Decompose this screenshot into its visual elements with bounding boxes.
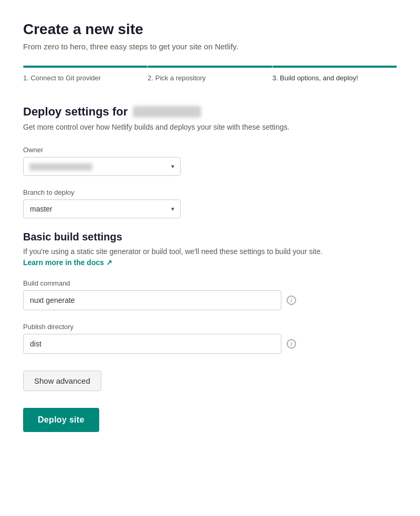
step-3: 3. Build options, and deploy! bbox=[272, 66, 397, 82]
publish-dir-input[interactable] bbox=[23, 334, 281, 354]
deploy-settings-section: Deploy settings for Get more control ove… bbox=[23, 105, 397, 218]
owner-select[interactable] bbox=[23, 157, 181, 176]
page-subtitle: From zero to hero, three easy steps to g… bbox=[23, 42, 397, 51]
stepper: 1. Connect to Git provider 2. Pick a rep… bbox=[23, 66, 397, 82]
step-1: 1. Connect to Git provider bbox=[23, 66, 148, 82]
owner-field-group: Owner ▾ bbox=[23, 146, 397, 176]
step-2: 2. Pick a repository bbox=[148, 66, 272, 82]
learn-more-link[interactable]: Learn more in the docs ↗ bbox=[23, 258, 112, 267]
build-settings-desc: If you're using a static site generator … bbox=[23, 247, 397, 256]
build-command-input-wrapper: i bbox=[23, 290, 296, 310]
build-settings-section: Basic build settings If you're using a s… bbox=[23, 231, 397, 354]
step-2-label: 2. Pick a repository bbox=[148, 74, 272, 82]
branch-label: Branch to deploy bbox=[23, 188, 397, 196]
step-3-bar bbox=[272, 66, 397, 68]
build-command-group: Build command i bbox=[23, 279, 397, 310]
step-1-bar bbox=[23, 66, 148, 68]
deploy-site-button[interactable]: Deploy site bbox=[23, 408, 99, 432]
branch-select-wrapper: master ▾ bbox=[23, 199, 181, 218]
learn-more-text: Learn more in the docs bbox=[23, 258, 104, 267]
build-command-input[interactable] bbox=[23, 290, 281, 310]
branch-field-group: Branch to deploy master ▾ bbox=[23, 188, 397, 218]
show-advanced-button[interactable]: Show advanced bbox=[23, 371, 101, 391]
publish-dir-group: Publish directory i bbox=[23, 323, 397, 354]
deploy-settings-desc: Get more control over how Netlify builds… bbox=[23, 123, 397, 131]
owner-label: Owner bbox=[23, 146, 397, 154]
build-command-info-icon[interactable]: i bbox=[287, 296, 296, 305]
publish-dir-input-wrapper: i bbox=[23, 334, 296, 354]
external-link-icon: ↗ bbox=[106, 258, 112, 267]
repo-name-blurred bbox=[133, 106, 201, 118]
step-1-label: 1. Connect to Git provider bbox=[23, 74, 148, 82]
build-command-label: Build command bbox=[23, 279, 397, 287]
step-3-label: 3. Build options, and deploy! bbox=[272, 74, 397, 82]
page-title: Create a new site bbox=[23, 21, 397, 38]
deploy-settings-title: Deploy settings for bbox=[23, 105, 397, 119]
publish-dir-label: Publish directory bbox=[23, 323, 397, 331]
owner-select-wrapper: ▾ bbox=[23, 157, 181, 176]
deploy-button-container: Deploy site bbox=[23, 408, 397, 432]
branch-select[interactable]: master bbox=[23, 199, 181, 218]
publish-dir-info-icon[interactable]: i bbox=[287, 339, 296, 349]
step-2-bar bbox=[148, 66, 272, 68]
build-settings-title: Basic build settings bbox=[23, 231, 397, 243]
